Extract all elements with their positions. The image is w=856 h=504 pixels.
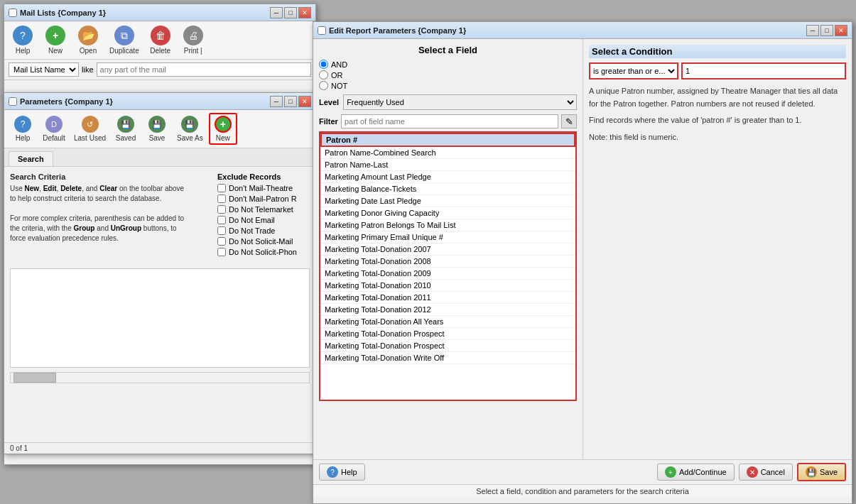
field-item-marketing-primary-email[interactable]: Marketing Primary Email Unique # bbox=[320, 231, 575, 243]
edit-report-help-button[interactable]: ? Help bbox=[319, 464, 365, 481]
help-btn-label: Help bbox=[341, 468, 357, 476]
filter-label: Filter bbox=[319, 117, 338, 126]
params-save-button[interactable]: 💾 Save bbox=[143, 114, 171, 143]
help-button[interactable]: ? Help bbox=[9, 24, 37, 56]
edit-report-minimize-button[interactable]: ─ bbox=[806, 25, 819, 36]
search-field-select[interactable]: Mail List Name bbox=[9, 62, 79, 77]
open-button[interactable]: 📂 Open bbox=[74, 24, 102, 56]
field-item-marketing-patron-mail-list[interactable]: Marketing Patron Belongs To Mail List bbox=[320, 219, 575, 231]
not-radio[interactable] bbox=[319, 81, 328, 90]
horizontal-scrollbar[interactable] bbox=[10, 372, 310, 383]
field-item-marketing-donation-write-off[interactable]: Marketing Total-Donation Write Off bbox=[320, 352, 575, 364]
close-button[interactable]: ✕ bbox=[298, 7, 311, 18]
duplicate-button[interactable]: ⧉ Duplicate bbox=[107, 24, 142, 56]
search-input[interactable] bbox=[97, 62, 311, 77]
field-item-marketing-donation-2008[interactable]: Marketing Total-Donation 2008 bbox=[320, 256, 575, 268]
field-item-marketing-donation-2007[interactable]: Marketing Total-Donation 2007 bbox=[320, 243, 575, 256]
filter-input[interactable] bbox=[341, 114, 558, 128]
edit-report-checkbox[interactable] bbox=[318, 26, 326, 35]
edit-report-close-button[interactable]: ✕ bbox=[835, 25, 847, 36]
field-item-patron-name-combined[interactable]: Patron Name-Combined Search bbox=[320, 147, 575, 159]
cancel-button[interactable]: ✕ Cancel bbox=[739, 464, 793, 481]
edit-report-titlebar: Edit Report Parameters {Company 1} ─ □ ✕ bbox=[313, 22, 852, 39]
help-btn-icon: ? bbox=[327, 466, 338, 478]
cancel-label: Cancel bbox=[761, 468, 785, 476]
edit-report-title: Edit Report Parameters {Company 1} bbox=[318, 26, 466, 35]
params-status-text: 0 of 1 bbox=[10, 444, 28, 452]
dont-mail-theatre-checkbox[interactable] bbox=[217, 184, 226, 192]
delete-icon: 🗑 bbox=[151, 26, 170, 45]
params-maximize-button[interactable]: □ bbox=[284, 96, 297, 107]
params-new-label: New bbox=[216, 134, 230, 142]
level-row: Level Frequently Used bbox=[319, 94, 577, 110]
search-criteria-title: Search Criteria bbox=[10, 172, 210, 181]
condition-desc-1: A unique Patron number, assigned by Thea… bbox=[589, 85, 846, 110]
params-close-button[interactable]: ✕ bbox=[298, 96, 311, 107]
field-item-patron-name-last[interactable]: Patron Name-Last bbox=[320, 159, 575, 171]
field-item-marketing-donation-all-years[interactable]: Marketing Total-Donation All Years bbox=[320, 316, 575, 328]
condition-value-input[interactable] bbox=[681, 62, 846, 80]
edit-report-status-text: Select a field, condition and parameters… bbox=[476, 487, 689, 495]
parameters-window: Parameters {Company 1} ─ □ ✕ ? Help D De… bbox=[4, 92, 316, 454]
exclude-records-section: Exclude Records Don't Mail-Theatre Don't… bbox=[217, 172, 310, 258]
params-help-icon: ? bbox=[14, 116, 31, 133]
params-last-used-button[interactable]: ↺ Last Used bbox=[71, 114, 109, 143]
field-item-marketing-donation-2010[interactable]: Marketing Total-Donation 2010 bbox=[320, 280, 575, 292]
field-item-marketing-donation-2011[interactable]: Marketing Total-Donation 2011 bbox=[320, 292, 575, 304]
search-tab[interactable]: Search bbox=[9, 151, 53, 166]
params-save-as-icon: 💾 bbox=[181, 116, 198, 133]
params-minimize-button[interactable]: ─ bbox=[270, 96, 283, 107]
or-radio[interactable] bbox=[319, 70, 328, 80]
field-item-marketing-amount-last-pledge[interactable]: Marketing Amount Last Pledge bbox=[320, 171, 575, 183]
scrollbar-thumb[interactable] bbox=[13, 373, 56, 383]
dont-telemarket-checkbox[interactable] bbox=[217, 205, 226, 214]
mail-lists-titlebar: Mail Lists {Company 1} ─ □ ✕ bbox=[4, 4, 315, 21]
params-help-button[interactable]: ? Help bbox=[9, 114, 37, 143]
field-item-marketing-donation-prospect-2[interactable]: Marketing Total-Donation Prospect bbox=[320, 340, 575, 352]
cancel-btn-icon: ✕ bbox=[747, 466, 758, 478]
field-item-marketing-donation-2012[interactable]: Marketing Total-Donation 2012 bbox=[320, 304, 575, 316]
do-not-solicit-mail-checkbox[interactable] bbox=[217, 237, 226, 246]
maximize-button[interactable]: □ bbox=[284, 7, 297, 18]
not-radio-item: NOT bbox=[319, 81, 577, 90]
do-not-solicit-phone-checkbox[interactable] bbox=[217, 248, 226, 256]
condition-desc-2: Find records where the value of 'patron … bbox=[589, 114, 846, 127]
params-default-button[interactable]: D Default bbox=[40, 114, 68, 143]
open-label: Open bbox=[80, 47, 97, 55]
params-new-button[interactable]: + New bbox=[209, 113, 237, 145]
dont-mail-patron-checkbox[interactable] bbox=[217, 195, 226, 203]
field-item-marketing-donation-2009[interactable]: Marketing Total-Donation 2009 bbox=[320, 268, 575, 280]
edit-report-content: Select a Field AND OR NOT Level F bbox=[313, 39, 852, 459]
mail-lists-checkbox[interactable] bbox=[9, 9, 17, 17]
field-item-marketing-date-last-pledge[interactable]: Marketing Date Last Pledge bbox=[320, 195, 575, 207]
print-icon: 🖨 bbox=[183, 26, 203, 45]
new-button[interactable]: + New bbox=[41, 24, 70, 56]
filter-button[interactable]: ✎ bbox=[561, 114, 577, 128]
boolean-radio-group: AND OR NOT bbox=[319, 60, 577, 90]
field-item-marketing-donor-giving[interactable]: Marketing Donor Giving Capacity bbox=[320, 207, 575, 219]
do-not-trade-checkbox[interactable] bbox=[217, 226, 226, 235]
params-last-used-icon: ↺ bbox=[82, 116, 99, 133]
parameters-checkbox[interactable] bbox=[9, 97, 17, 106]
add-continue-button[interactable]: + Add/Continue bbox=[657, 464, 735, 481]
exclude-dont-telemarket: Do Not Telemarket bbox=[217, 205, 310, 214]
and-radio[interactable] bbox=[319, 60, 328, 69]
help-label: Help bbox=[16, 47, 31, 55]
save-button[interactable]: 💾 Save bbox=[797, 463, 846, 481]
params-saved-button[interactable]: 💾 Saved bbox=[112, 114, 140, 143]
minimize-button[interactable]: ─ bbox=[270, 7, 283, 18]
delete-button[interactable]: 🗑 Delete bbox=[146, 24, 175, 56]
level-select[interactable]: Frequently Used bbox=[343, 94, 577, 110]
print-button[interactable]: 🖨 Print | bbox=[179, 24, 207, 56]
field-item-patron-num[interactable]: Patron # bbox=[320, 133, 575, 147]
do-not-email-checkbox[interactable] bbox=[217, 216, 226, 224]
params-save-as-label: Save As bbox=[177, 134, 203, 142]
field-list[interactable]: Patron # Patron Name-Combined Search Pat… bbox=[319, 131, 577, 401]
field-item-marketing-donation-prospect-1[interactable]: Marketing Total-Donation Prospect bbox=[320, 328, 575, 340]
save-label: Save bbox=[820, 468, 838, 476]
field-item-marketing-balance-tickets[interactable]: Marketing Balance-Tickets bbox=[320, 183, 575, 195]
parameters-toolbar: ? Help D Default ↺ Last Used 💾 Saved 💾 S… bbox=[4, 110, 315, 148]
condition-select[interactable]: is greater than or e... is equal to is n… bbox=[589, 62, 678, 80]
edit-report-maximize-button[interactable]: □ bbox=[820, 25, 833, 36]
params-save-as-button[interactable]: 💾 Save As bbox=[174, 114, 206, 143]
